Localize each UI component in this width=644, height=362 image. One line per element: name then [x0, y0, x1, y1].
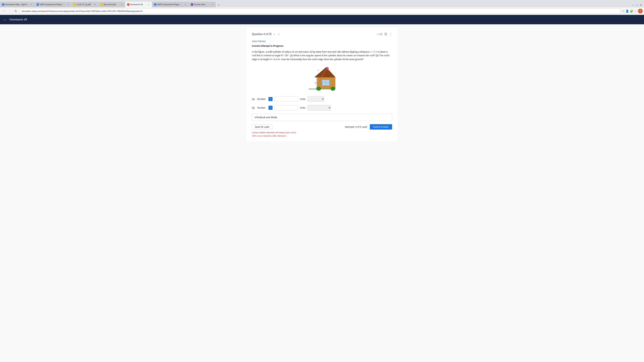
svg-point-7 [330, 87, 335, 91]
part-a-label: (a) [252, 98, 255, 100]
svg-text:L: L [318, 69, 319, 71]
house-figure: L θ H [302, 64, 342, 92]
bookmark-icon[interactable]: ☆ [622, 9, 624, 13]
tab-7-favicon [191, 3, 193, 6]
etextbook-section[interactable]: eTextbook and Media [252, 114, 392, 121]
tab-1[interactable]: Homework Help - Q&A fr... ✕ [0, 2, 34, 7]
tab-7-close[interactable]: ✕ [211, 3, 214, 6]
tab-3-title: CLab T2 (1).pdf [77, 3, 92, 6]
tab-1-close[interactable]: ✕ [30, 3, 32, 6]
more-options-icon[interactable]: ⋮ [389, 32, 392, 36]
content-area: Question 4 of 25 ‹ › - / 15 ☰ ⋮ View Pol… [246, 28, 398, 141]
svg-point-8 [326, 67, 328, 69]
tab-5-favicon [127, 3, 130, 6]
tab-5-close[interactable]: ✕ [147, 3, 150, 6]
tab-4[interactable]: New lab 8.pdf ✕ [98, 2, 125, 7]
svg-text:H: H [315, 82, 316, 84]
tab-7[interactable]: Course Hero ✕ [189, 2, 216, 7]
maximize-button[interactable]: □ [636, 3, 638, 7]
question-header: Question 4 of 25 ‹ › - / 15 ☰ ⋮ [252, 32, 392, 36]
app-header: ← Homework #8 [0, 15, 644, 24]
tab-5-active[interactable]: Homework #8 ✕ [125, 2, 152, 7]
tab-1-title: Homework Help - Q&A fr... [5, 3, 29, 6]
new-tab-button[interactable]: + [216, 3, 221, 7]
tab-4-close[interactable]: ✕ [120, 3, 123, 6]
view-policies-link[interactable]: View Policies [252, 40, 266, 42]
figure-container: L θ H [252, 64, 392, 92]
address-bar[interactable]: education.wiley.com/was/ui/v2/assessment… [20, 8, 621, 14]
part-a-info-button[interactable]: i [268, 97, 272, 101]
forward-button[interactable]: → [8, 9, 12, 13]
tab-6[interactable]: NWP Assessment Player U... ✕ [152, 2, 189, 7]
menu-icon[interactable]: ⋮ [634, 9, 637, 13]
profile-icon[interactable]: 👤 [626, 9, 629, 13]
list-icon[interactable]: ☰ [384, 32, 387, 36]
next-question-button[interactable]: › [277, 32, 280, 36]
toolbar-icons: ☆ 👤 🧩 ⋮ T [622, 9, 643, 13]
submit-area: Attempts: 0 of 5 used Submit Answer [345, 124, 392, 130]
minimize-button[interactable]: ─ [632, 3, 635, 7]
svg-marker-2 [314, 67, 336, 77]
answer-row-b: (b) Number i Units m cm ft [252, 105, 392, 110]
user-avatar[interactable]: T [638, 9, 643, 13]
tab-7-title: Course Hero [194, 3, 210, 6]
question-text: In the figure, a solid cylinder of radiu… [252, 50, 392, 61]
tab-5-title: Homework #8 [130, 3, 146, 6]
part-b-type: Number [257, 106, 266, 109]
tab-6-title: NWP Assessment Player U... [157, 3, 183, 6]
part-b-info-button[interactable]: i [268, 106, 272, 110]
submit-answer-button[interactable]: Submit Answer [370, 124, 392, 130]
address-bar-row: ← → ↻ education.wiley.com/was/ui/v2/asse… [0, 7, 644, 15]
part-b-number-input[interactable] [274, 105, 298, 110]
tab-3-favicon [74, 3, 76, 6]
question-label: Question 4 of 25 [252, 33, 272, 36]
part-a-type: Number [257, 98, 266, 100]
tab-6-favicon [154, 3, 156, 6]
tab-3[interactable]: CLab T2 (1).pdf ✕ [72, 2, 98, 7]
tab-4-title: New lab 8.pdf [104, 3, 120, 6]
close-window-button[interactable]: ✕ [639, 3, 643, 7]
warning-line-1: Using multiple attempts will impact your… [252, 131, 392, 134]
svg-text:θ: θ [328, 75, 329, 77]
app-back-arrow[interactable]: ← [3, 18, 7, 22]
attempts-text: Attempts: 0 of 5 used [345, 125, 367, 128]
question-nav: Question 4 of 25 ‹ › [252, 32, 280, 36]
part-b-label: (b) [252, 106, 255, 109]
score-display: - / 15 [377, 33, 382, 35]
window-controls: ─ □ ✕ [632, 3, 644, 7]
tab-3-close[interactable]: ✕ [94, 3, 96, 6]
main-content: Question 4 of 25 ‹ › - / 15 ☰ ⋮ View Pol… [0, 24, 644, 362]
part-a-units-select[interactable]: rad/s rpm deg/s [308, 96, 324, 102]
part-b-units-label: Units [300, 106, 306, 109]
tab-2-title: NWP Assessment Player U... [40, 3, 66, 6]
browser-chrome: Homework Help - Q&A fr... ✕ NWP Assessme… [0, 0, 644, 15]
tab-bar: Homework Help - Q&A fr... ✕ NWP Assessme… [0, 0, 644, 7]
tab-2-favicon [36, 3, 39, 6]
answer-row-a: (a) Number i Units rad/s rpm deg/s [252, 96, 392, 102]
part-b-units-select[interactable]: m cm ft [308, 105, 331, 110]
app-title: Homework #8 [10, 18, 27, 21]
address-url: education.wiley.com/was/ui/v2/assessment… [22, 10, 619, 12]
tab-4-favicon [100, 3, 103, 6]
bottom-row: Save for Later Attempts: 0 of 5 used Sub… [252, 124, 392, 130]
current-attempt-label: Current Attempt in Progress [252, 44, 392, 47]
warning-line-2: 10% score reduction after attempt 2 [252, 134, 392, 138]
tab-1-favicon [2, 3, 4, 6]
part-a-number-input[interactable] [274, 96, 298, 102]
right-controls: - / 15 ☰ ⋮ [377, 32, 392, 36]
extensions-icon[interactable]: 🧩 [630, 9, 633, 13]
tab-2[interactable]: NWP Assessment Player U... ✕ [34, 2, 72, 7]
part-a-units-label: Units [300, 98, 306, 100]
prev-question-button[interactable]: ‹ [273, 32, 276, 36]
back-button[interactable]: ← [1, 9, 6, 13]
tab-2-close[interactable]: ✕ [67, 3, 70, 6]
reload-button[interactable]: ↻ [14, 9, 18, 13]
warning-text: Using multiple attempts will impact your… [252, 131, 392, 137]
save-later-button[interactable]: Save for Later [252, 124, 272, 129]
tab-6-close[interactable]: ✕ [184, 3, 187, 6]
svg-point-6 [316, 87, 321, 91]
